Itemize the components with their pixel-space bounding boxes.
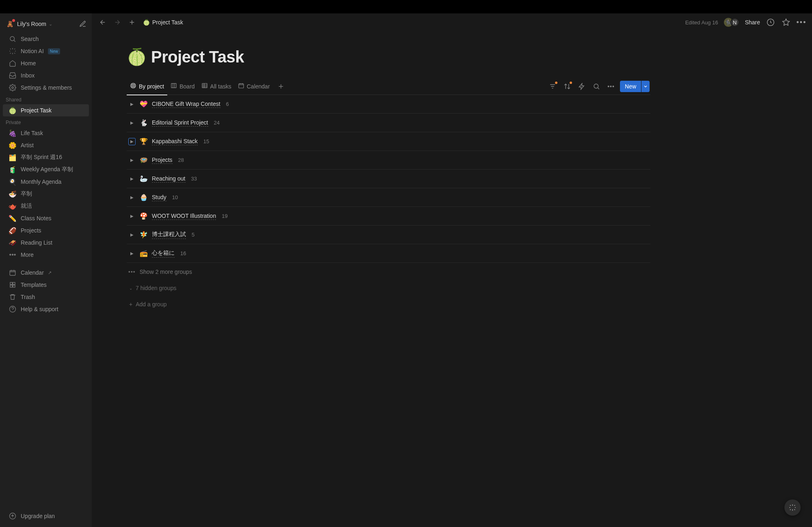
trash-link[interactable]: Trash (3, 291, 89, 303)
hidden-groups-toggle[interactable]: ⌄ 7 hidden groups (127, 281, 650, 295)
tab-calendar[interactable]: Calendar (235, 78, 273, 95)
show-more-groups[interactable]: ••• Show 2 more groups (127, 263, 650, 281)
add-group-button[interactable]: + Add a group (127, 295, 650, 312)
help-link[interactable]: Help & support (3, 303, 89, 315)
calendar-icon (9, 269, 17, 277)
page-emoji-icon: 🫖 (9, 202, 17, 210)
star-icon[interactable] (781, 17, 791, 27)
sidebar-item-page[interactable]: 🍇Life Task (3, 127, 89, 139)
sidebar-item-page[interactable]: 🗂️卒制 Sprint 週16 (3, 151, 89, 163)
clock-icon[interactable] (766, 17, 775, 27)
ai-fab-button[interactable] (784, 499, 801, 516)
group-emoji-icon: 🍄 (140, 212, 148, 220)
groups-list: ▶💝CIBONE Gift Wrap Contest6▶🐇Editorial S… (127, 95, 650, 263)
board-icon (171, 82, 177, 90)
home-icon (9, 59, 17, 67)
sidebar-item-page[interactable]: 🫖就活 (3, 200, 89, 212)
new-tab-button[interactable] (127, 17, 137, 28)
group-emoji-icon: 📻 (140, 250, 148, 257)
notion-ai-button[interactable]: Notion AI New (3, 45, 89, 57)
sidebar-item-label: Project Task (21, 107, 52, 114)
group-name[interactable]: Projects (152, 157, 173, 164)
sidebar-item-project-task[interactable]: 🍈 Project Task (3, 104, 89, 116)
group-emoji-icon: 🐇 (140, 119, 148, 127)
page-emoji[interactable]: 🍈 (127, 47, 147, 67)
sidebar-item-page[interactable]: 🍳Monthly Agenda (3, 176, 89, 188)
add-group-label: Add a group (136, 301, 166, 308)
sidebar-item-page[interactable]: 🍜卒制 (3, 188, 89, 200)
group-toggle[interactable]: ▶ (128, 194, 136, 201)
sidebar-item-page[interactable]: 🧃Weekly Agenda 卒制 (3, 163, 89, 176)
nav-back-button[interactable] (97, 17, 108, 28)
group-toggle[interactable]: ▶ (128, 119, 136, 127)
inbox-icon (9, 71, 17, 80)
group-name[interactable]: Reaching out (152, 175, 186, 183)
settings-button[interactable]: Settings & members (3, 82, 89, 94)
search-icon[interactable] (591, 81, 602, 92)
trash-icon (9, 293, 17, 301)
new-button-dropdown[interactable] (641, 81, 650, 92)
group-toggle[interactable]: ▶ (128, 231, 136, 239)
compose-button[interactable] (78, 19, 88, 29)
group-count: 16 (180, 250, 186, 256)
nav-forward-button[interactable] (112, 17, 123, 28)
group-name[interactable]: Study (152, 194, 166, 201)
sidebar-item-label: Reading List (21, 239, 52, 246)
tab-by-project[interactable]: By project (127, 78, 167, 95)
presence-avatars[interactable]: 🐈‍⬛ N (724, 18, 739, 27)
group-emoji-icon: 🧚 (140, 231, 148, 239)
group-name[interactable]: Editorial Sprint Project (152, 119, 208, 127)
group-emoji-icon: 💝 (140, 100, 148, 108)
edited-timestamp: Edited Aug 16 (685, 19, 718, 26)
templates-link[interactable]: Templates (3, 279, 89, 291)
sidebar-item-label: 卒制 Sprint 週16 (21, 154, 62, 161)
breadcrumb[interactable]: 🍈 Project Task (143, 19, 183, 26)
new-button[interactable]: New (620, 81, 641, 92)
tab-board[interactable]: Board (167, 78, 198, 95)
chevron-down-icon: ⌄ (49, 22, 52, 27)
workspace-switcher[interactable]: 🧸 Lily's Room ⌄ (0, 17, 92, 33)
more-icon[interactable]: ••• (797, 17, 806, 27)
more-icon[interactable]: ••• (605, 81, 617, 92)
share-button[interactable]: Share (745, 19, 760, 26)
sort-icon[interactable] (561, 81, 573, 92)
group-name[interactable]: 心を箱に (152, 250, 175, 258)
group-toggle[interactable]: ▶ (128, 138, 136, 145)
page-title[interactable]: Project Task (151, 48, 244, 66)
group-toggle[interactable]: ▶ (128, 250, 136, 257)
tab-all-tasks[interactable]: All tasks (198, 78, 235, 95)
target-icon (130, 82, 136, 90)
group-toggle[interactable]: ▶ (128, 101, 136, 108)
search-button[interactable]: Search (3, 33, 89, 45)
svg-rect-13 (171, 84, 176, 88)
inbox-button[interactable]: Inbox (3, 69, 89, 82)
upgrade-button[interactable]: Upgrade plan (3, 510, 89, 522)
tab-label: Board (179, 83, 194, 90)
section-shared: Shared (0, 94, 92, 104)
filter-icon[interactable] (547, 81, 558, 92)
group-emoji-icon: 🏆 (140, 138, 148, 145)
svg-point-11 (132, 84, 135, 87)
sidebar-item-page[interactable]: 🌼Artist (3, 139, 89, 151)
group-name[interactable]: 博士課程入試 (152, 231, 186, 239)
group-name[interactable]: WOOT WOOT Illustration (152, 213, 216, 220)
home-button[interactable]: Home (3, 57, 89, 69)
sidebar-more-button[interactable]: ••• More (3, 249, 89, 261)
add-view-button[interactable] (276, 81, 286, 92)
group-name[interactable]: CIBONE Gift Wrap Contest (152, 101, 220, 108)
sidebar-item-page[interactable]: 🛷Reading List (3, 237, 89, 249)
automation-icon[interactable] (576, 81, 587, 92)
group-row: ▶🧁Study10 (127, 188, 650, 207)
svg-point-10 (131, 83, 136, 88)
breadcrumb-emoji: 🍈 (143, 19, 150, 26)
group-row: ▶🧚博士課程入試5 (127, 226, 650, 244)
sidebar-item-page[interactable]: 🏈Projects (3, 224, 89, 237)
group-name[interactable]: Kappabashi Stack (152, 138, 198, 145)
group-toggle[interactable]: ▶ (128, 157, 136, 164)
calendar-link[interactable]: Calendar ↗ (3, 267, 89, 279)
page-emoji-icon: 🏈 (9, 226, 17, 234)
help-label: Help & support (21, 306, 58, 312)
group-toggle[interactable]: ▶ (128, 213, 136, 220)
group-toggle[interactable]: ▶ (128, 175, 136, 183)
sidebar-item-page[interactable]: ✏️Class Notes (3, 212, 89, 224)
